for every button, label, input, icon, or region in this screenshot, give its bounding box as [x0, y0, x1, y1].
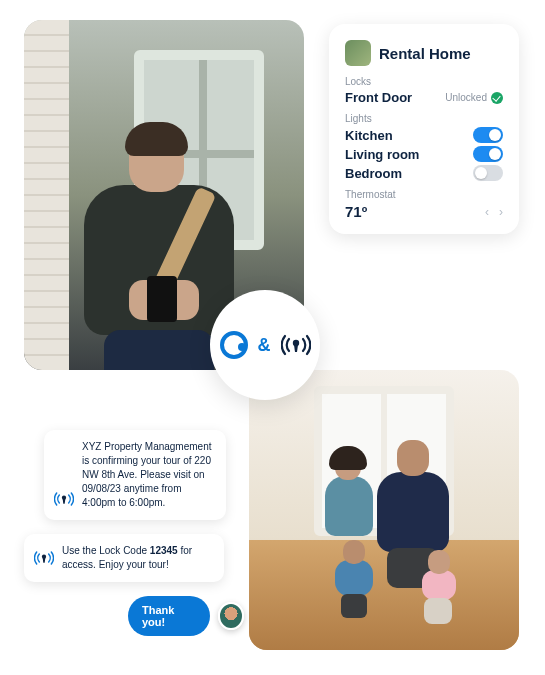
lock-status: Unlocked: [445, 92, 503, 104]
reply-bubble: Thank you!: [128, 596, 210, 636]
chevron-left-icon[interactable]: ‹: [485, 205, 489, 219]
chat-thread: XYZ Property Managmement is confirming y…: [24, 430, 244, 636]
light-row-bedroom: Bedroom: [345, 165, 503, 181]
thermostat-value: 71º: [345, 203, 367, 220]
signal-keyhole-logo-icon: [281, 332, 311, 358]
light-name: Kitchen: [345, 128, 393, 143]
lock-name: Front Door: [345, 90, 412, 105]
chevron-right-icon[interactable]: ›: [499, 205, 503, 219]
property-title: Rental Home: [379, 45, 471, 62]
message-text: Use the Lock Code 12345 for access. Enjo…: [62, 545, 192, 570]
incoming-message: Use the Lock Code 12345 for access. Enjo…: [24, 534, 224, 582]
light-toggle-bedroom[interactable]: [473, 165, 503, 181]
light-toggle-living-room[interactable]: [473, 146, 503, 162]
light-toggle-kitchen[interactable]: [473, 127, 503, 143]
brand-a-logo-icon: [220, 331, 248, 359]
locks-section-label: Locks: [345, 76, 503, 87]
property-thumbnail: [345, 40, 371, 66]
outgoing-reply-row: Thank you!: [128, 596, 244, 636]
thermostat-section-label: Thermostat: [345, 189, 503, 200]
lights-section-label: Lights: [345, 113, 503, 124]
light-row-living-room: Living room: [345, 146, 503, 162]
check-icon: [491, 92, 503, 104]
light-row-kitchen: Kitchen: [345, 127, 503, 143]
user-avatar: [218, 602, 244, 630]
light-name: Bedroom: [345, 166, 402, 181]
light-name: Living room: [345, 147, 419, 162]
smart-home-card: Rental Home Locks Front Door Unlocked Li…: [329, 24, 519, 234]
signal-keyhole-icon: [54, 490, 74, 508]
brand-connector-circle: &: [210, 290, 320, 400]
signal-keyhole-icon: [34, 549, 54, 567]
ampersand-separator: &: [258, 335, 271, 356]
message-text: XYZ Property Managmement is confirming y…: [82, 441, 212, 508]
hero-image-family: [249, 370, 519, 650]
incoming-message: XYZ Property Managmement is confirming y…: [44, 430, 226, 520]
